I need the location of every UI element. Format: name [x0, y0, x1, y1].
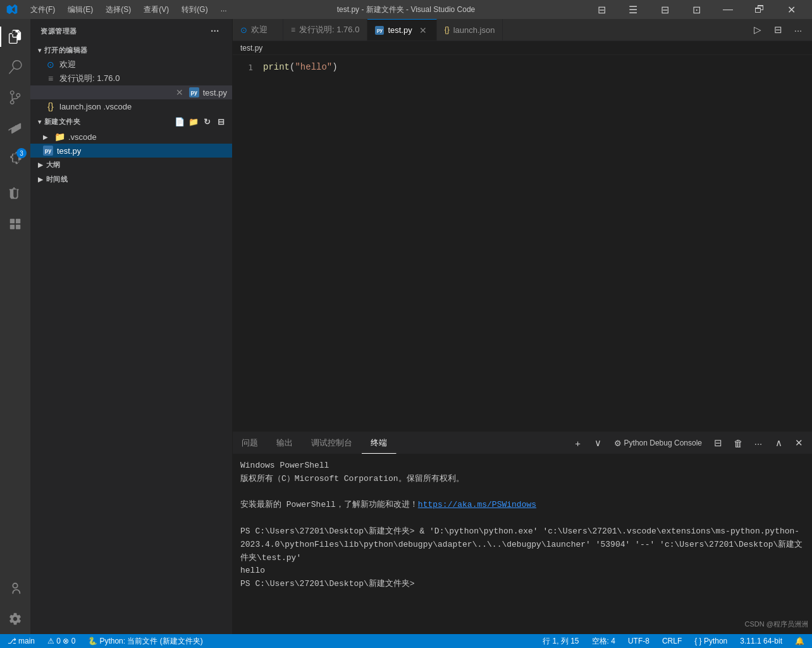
breadcrumb-file: test.py	[240, 44, 262, 53]
activity-accounts[interactable]	[0, 573, 30, 604]
close-btn[interactable]: ✕	[777, 0, 806, 19]
maximize-btn[interactable]: 🗗	[745, 0, 774, 19]
menu-goto[interactable]: 转到(G)	[176, 3, 212, 16]
terminal-label: 终端	[371, 437, 387, 449]
tab-welcome-icon: ⊙	[240, 25, 247, 35]
status-python-file[interactable]: 🐍 Python: 当前文件 (新建文件夹)	[85, 634, 205, 648]
run-file-icon[interactable]: ▷	[749, 21, 766, 39]
status-encoding[interactable]: UTF-8	[625, 634, 652, 648]
panel-layout-btn[interactable]: ⊡	[682, 0, 711, 19]
new-file-icon[interactable]: 📄	[174, 116, 185, 127]
tab-welcome[interactable]: ⊙ 欢迎	[233, 19, 283, 40]
status-line-col[interactable]: 行 1, 列 15	[540, 634, 581, 648]
activity-settings[interactable]	[0, 604, 30, 634]
svg-rect-3	[16, 225, 20, 229]
tab-json-icon: {}	[445, 25, 450, 34]
status-python-version[interactable]: 3.11.1 64-bit	[737, 634, 785, 648]
layout-icon[interactable]: ⊟	[587, 0, 616, 19]
language-label: { } Python	[694, 637, 727, 645]
tab-testpy-close-icon[interactable]: ✕	[417, 25, 429, 36]
git-branch-label: main	[18, 637, 35, 645]
status-notifications[interactable]: 🔔	[792, 634, 807, 648]
terminal-line-3	[240, 486, 804, 499]
line-col-label: 行 1, 列 15	[543, 636, 579, 647]
editor-breadcrumb: test.py	[233, 41, 812, 55]
kill-terminal-icon[interactable]: 🗑	[730, 435, 746, 451]
outline-label: 大纲	[46, 160, 61, 170]
minimize-btn[interactable]: —	[713, 0, 742, 19]
refresh-icon[interactable]: ↻	[202, 116, 213, 127]
menu-edit[interactable]: 编辑(E)	[63, 3, 98, 16]
tab-launch-json[interactable]: {} launch.json	[437, 19, 503, 40]
tab-testpy-icon: py	[375, 26, 384, 35]
sidebar-item-launch-json[interactable]: {} launch.json .vscode	[30, 99, 232, 113]
timeline-section[interactable]: ▶ 时间线	[30, 172, 232, 187]
terminal-powershell-header: Windows PowerShell	[240, 461, 329, 470]
open-editors-section[interactable]: ▾ 打开的编辑器	[30, 43, 232, 58]
tab-bar: ⊙ 欢迎 ≡ 发行说明: 1.76.0 py test.py ✕ {} laun…	[233, 19, 812, 41]
activity-flask[interactable]	[0, 178, 30, 209]
terminal-output-hello: hello	[240, 566, 265, 575]
title-bar-menus: 文件(F) 编辑(E) 选择(S) 查看(V) 转到(G) ...	[25, 3, 232, 16]
tab-release-notes[interactable]: ≡ 发行说明: 1.76.0	[283, 19, 367, 40]
terminal-ps-link[interactable]: https://aka.ms/PSWindows	[418, 500, 536, 509]
sidebar-item-testpy-label: test.py	[203, 88, 227, 97]
terminal-content[interactable]: Windows PowerShell 版权所有（C）Microsoft Corp…	[233, 454, 812, 634]
sidebar-more-icon[interactable]: ···	[208, 24, 222, 38]
split-terminal-icon[interactable]: ⊟	[710, 435, 726, 451]
terminal-tabs: 问题 输出 调试控制台 终端 + ∨ ⚙ Python Debug Consol…	[233, 432, 812, 454]
tab-testpy-label: test.py	[388, 25, 412, 35]
activity-search[interactable]	[0, 52, 30, 82]
editor-content[interactable]: 1 print("hello")	[233, 55, 812, 432]
terminal-tab-output[interactable]: 输出	[268, 432, 302, 454]
line-endings-label: CRLF	[662, 637, 682, 645]
menu-select[interactable]: 选择(S)	[101, 3, 136, 16]
terminal-tab-actions: + ∨ ⚙ Python Debug Console ⊟ 🗑 ··· ∧ ✕	[565, 432, 812, 454]
terminal-more-icon[interactable]: ∨	[590, 435, 606, 451]
toggle-sidebar-btn[interactable]: ☰	[618, 0, 648, 19]
collapse-icon[interactable]: ⊟	[216, 116, 227, 127]
outline-section[interactable]: ▶ 大纲	[30, 158, 232, 172]
svg-rect-1	[16, 219, 20, 223]
activity-run-debug[interactable]	[0, 113, 30, 143]
git-branch-icon: ⎇	[8, 637, 16, 645]
status-errors[interactable]: ⚠ 0 ⊗ 0	[45, 634, 78, 648]
line-number-1: 1	[233, 63, 263, 72]
sidebar-item-release-notes[interactable]: ≡ 发行说明: 1.76.0	[30, 72, 232, 85]
problems-label: 问题	[242, 437, 258, 449]
split-editor-btn[interactable]: ⊟	[650, 0, 679, 19]
status-git[interactable]: ⎇ main	[5, 634, 37, 648]
status-line-endings[interactable]: CRLF	[660, 634, 684, 648]
status-language[interactable]: { } Python	[692, 634, 730, 648]
sidebar-item-testpy-file[interactable]: py test.py	[30, 144, 232, 158]
sidebar-item-vscode-folder[interactable]: ▶ 📁 .vscode	[30, 130, 232, 144]
testpy-file-icon: py	[189, 87, 199, 97]
line-content-1: print("hello")	[263, 62, 338, 72]
menu-more[interactable]: ...	[216, 3, 232, 16]
terminal-tab-terminal[interactable]: 终端	[362, 432, 397, 454]
close-panel-icon[interactable]: ✕	[790, 435, 807, 451]
tab-testpy[interactable]: py test.py ✕	[367, 19, 436, 40]
activity-extensions[interactable]: 3	[0, 143, 30, 173]
activity-pages[interactable]	[0, 209, 30, 239]
new-folder-icon[interactable]: 📁	[188, 116, 199, 127]
split-editor-icon[interactable]: ⊟	[769, 21, 787, 39]
sidebar-item-welcome[interactable]: ⊙ 欢迎	[30, 58, 232, 72]
svg-rect-2	[10, 225, 15, 229]
activity-source-control[interactable]	[0, 82, 30, 113]
menu-view[interactable]: 查看(V)	[138, 3, 174, 16]
terminal-tab-debug[interactable]: 调试控制台	[302, 432, 362, 454]
activity-explorer[interactable]	[0, 22, 30, 52]
status-spaces[interactable]: 空格: 4	[589, 634, 618, 648]
maximize-panel-icon[interactable]: ∧	[770, 435, 787, 451]
window-title: test.py - 新建文件夹 - Visual Studio Code	[337, 4, 476, 15]
add-terminal-icon[interactable]: +	[570, 435, 586, 451]
terminal-ellipsis-icon[interactable]: ···	[750, 435, 766, 451]
close-testpy-icon[interactable]: ✕	[174, 87, 185, 98]
sidebar-header-actions: ···	[208, 24, 222, 38]
tab-more-icon[interactable]: ···	[789, 21, 807, 39]
sidebar-item-testpy[interactable]: ✕ py test.py	[30, 85, 232, 99]
terminal-tab-problems[interactable]: 问题	[233, 432, 268, 454]
new-folder-section[interactable]: ▾ 新建文件夹 📄 📁 ↻ ⊟	[30, 113, 232, 130]
menu-file[interactable]: 文件(F)	[25, 3, 60, 16]
